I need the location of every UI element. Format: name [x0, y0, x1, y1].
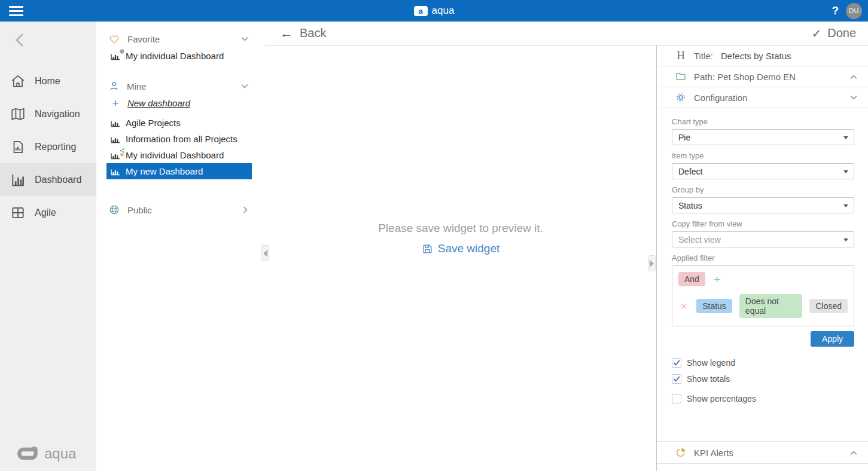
- tree-item-information-all-projects[interactable]: Information from all Projects: [106, 131, 252, 147]
- group-by-label: Group by: [672, 185, 854, 194]
- user-avatar[interactable]: DU: [846, 3, 862, 19]
- tree-item-label: Agile Projects: [126, 118, 181, 128]
- dropdown-caret-icon: [843, 204, 848, 207]
- applied-filter-box: And + × Status Does not equal Closed: [672, 265, 854, 326]
- dashboard-chart-icon: [10, 172, 26, 188]
- show-percentages-checkbox[interactable]: Show percentages: [672, 390, 854, 406]
- dropdown-caret-icon: [843, 238, 848, 241]
- show-totals-checkbox[interactable]: Show totals: [672, 371, 854, 387]
- group-by-select[interactable]: Status: [672, 197, 854, 213]
- plus-icon: +: [111, 97, 120, 109]
- chevron-right-icon: [243, 206, 248, 213]
- tree-item-label: My new Dashboard: [126, 166, 203, 176]
- copy-filter-select[interactable]: Select view: [672, 231, 854, 247]
- kpi-alerts-row[interactable]: KPI Alerts: [657, 441, 868, 464]
- back-button[interactable]: ← Back: [280, 26, 326, 40]
- group-by-value: Status: [678, 201, 702, 210]
- show-legend-label: Show legend: [687, 358, 735, 368]
- save-icon: [422, 243, 433, 255]
- app-window: a aqua ? DU Home Navigation: [0, 0, 868, 471]
- globe-icon: [109, 204, 120, 215]
- footer-brand-name: aqua: [44, 445, 76, 462]
- filter-operator-chip[interactable]: And: [678, 272, 705, 286]
- sidebar-item-reporting[interactable]: Reporting: [0, 130, 96, 163]
- aqua-logo-gray-icon: [16, 445, 39, 463]
- show-legend-checkbox[interactable]: Show legend: [672, 354, 854, 371]
- item-type-select[interactable]: Defect: [672, 163, 854, 179]
- aqua-logo-icon: a: [414, 6, 428, 16]
- agile-board-icon: [10, 205, 26, 221]
- save-widget-button[interactable]: Save widget: [422, 242, 500, 255]
- tree-section-favorite[interactable]: Favorite: [96, 30, 265, 48]
- apply-button[interactable]: Apply: [811, 331, 854, 347]
- sidebar-item-label: Dashboard: [35, 175, 81, 185]
- show-totals-label: Show totals: [687, 374, 730, 384]
- checkbox-checked-icon: [672, 374, 681, 384]
- path-row[interactable]: Path: Pet Shop Demo EN: [657, 66, 868, 87]
- dashboard-tree-panel: Favorite My individual Dashboard Mine +: [96, 22, 265, 471]
- configuration-form: Chart type Pie Item type Defect Group by: [657, 108, 868, 406]
- path-label: Path: Pet Shop Demo EN: [694, 72, 796, 82]
- collapse-tree-panel-handle[interactable]: [261, 245, 269, 261]
- save-widget-label: Save widget: [438, 242, 500, 255]
- chevron-down-icon: [241, 36, 248, 42]
- configuration-label: Configuration: [694, 93, 747, 103]
- collapse-sidebar-icon[interactable]: [13, 32, 96, 50]
- bar-chart-icon: [111, 167, 120, 176]
- sidebar-item-dashboard[interactable]: Dashboard: [0, 163, 96, 196]
- sidebar-item-agile[interactable]: Agile: [0, 196, 96, 229]
- tree-item-agile-projects[interactable]: Agile Projects: [106, 115, 252, 131]
- tree-section-mine[interactable]: Mine: [96, 77, 265, 95]
- title-row[interactable]: H Title: Defects by Status: [657, 45, 868, 66]
- back-label: Back: [300, 26, 326, 40]
- chart-type-select[interactable]: Pie: [672, 129, 854, 145]
- sidebar-item-label: Agile: [35, 207, 56, 218]
- folder-icon: [675, 72, 686, 81]
- tree-section-label: Favorite: [127, 34, 160, 44]
- bar-chart-icon: [111, 151, 120, 160]
- sidebar-footer-brand: aqua: [16, 445, 76, 463]
- applied-filter-label: Applied filter: [672, 253, 854, 262]
- sidebar-item-label: Reporting: [35, 142, 76, 152]
- add-filter-icon[interactable]: +: [714, 274, 720, 285]
- tree-item-my-individual-dashboard[interactable]: My individual Dashboard: [106, 147, 252, 163]
- item-type-label: Item type: [672, 151, 854, 160]
- remove-filter-icon[interactable]: ×: [678, 301, 689, 311]
- widget-preview-area: Please save widget to preview it. Save w…: [265, 45, 656, 471]
- configuration-row[interactable]: Configuration: [657, 87, 868, 108]
- top-bar: a aqua ? DU: [0, 0, 868, 22]
- checkbox-unchecked-icon: [672, 394, 681, 403]
- new-dashboard-label: New dashboard: [127, 98, 190, 108]
- help-icon[interactable]: ?: [832, 4, 839, 17]
- sidebar-item-navigation[interactable]: Navigation: [0, 97, 96, 130]
- dropdown-caret-icon: [843, 170, 848, 173]
- copy-filter-value: Select view: [678, 235, 721, 244]
- home-icon: [10, 74, 26, 89]
- widget-editor-header: ← Back ✓ Done: [265, 22, 868, 45]
- checkbox-checked-icon: [672, 358, 681, 368]
- tree-section-label: Public: [127, 205, 152, 215]
- filter-value-chip[interactable]: Closed: [809, 299, 848, 313]
- sidebar-item-home[interactable]: Home: [0, 65, 96, 97]
- person-icon: [109, 81, 119, 91]
- title-icon: H: [675, 49, 686, 62]
- report-document-icon: [10, 139, 26, 155]
- new-dashboard-button[interactable]: + New dashboard: [106, 95, 265, 111]
- gear-icon: [675, 92, 686, 103]
- done-button[interactable]: ✓ Done: [811, 26, 856, 41]
- preview-message: Please save widget to preview it.: [378, 222, 543, 235]
- tree-section-public[interactable]: Public: [96, 201, 265, 219]
- bar-chart-icon: [111, 51, 120, 60]
- filter-condition-chip[interactable]: Does not equal: [739, 294, 803, 318]
- filter-field-chip[interactable]: Status: [696, 299, 732, 313]
- chevron-down-icon: [850, 95, 857, 100]
- triangle-left-icon: [263, 250, 267, 257]
- tree-item-my-new-dashboard[interactable]: My new Dashboard: [106, 163, 252, 179]
- copy-filter-label: Copy filter from view: [672, 219, 854, 228]
- hamburger-menu-icon[interactable]: [0, 0, 28, 22]
- tree-item-label: Information from all Projects: [126, 134, 237, 144]
- tree-item-favorite-dashboard[interactable]: My individual Dashboard: [106, 48, 252, 64]
- brand: a aqua: [0, 0, 868, 22]
- expand-panel-handle[interactable]: [648, 255, 656, 271]
- widget-config-panel: H Title: Defects by Status Path: Pet Sho…: [656, 45, 868, 471]
